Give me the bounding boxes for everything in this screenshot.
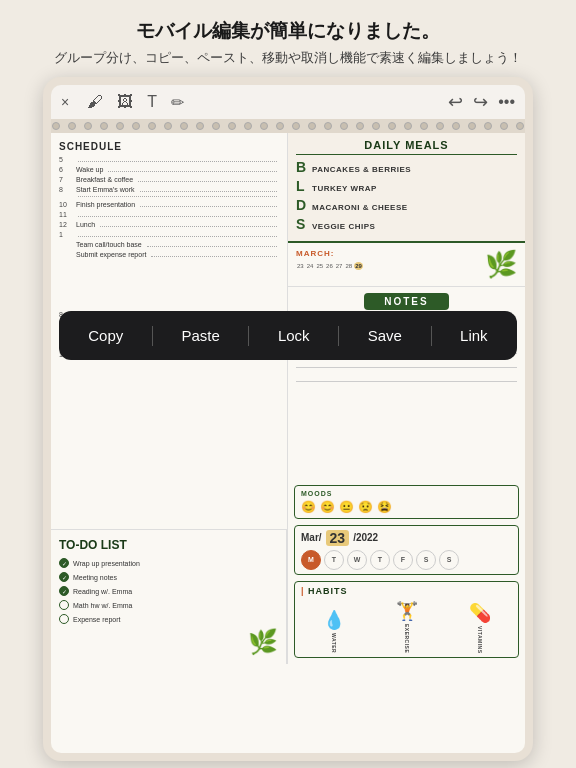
binding-hole xyxy=(100,122,108,130)
redo-icon[interactable]: ↪ xyxy=(473,91,488,113)
right-bottom: MOODS 😊 😊 😐 😟 😫 Mar/ 23 /2022 xyxy=(288,479,525,664)
schedule-item: 10 Finish presentation xyxy=(59,201,279,209)
water-icon: 💧 xyxy=(323,609,345,631)
notebook-binding xyxy=(51,119,525,133)
undo-icon[interactable]: ↩ xyxy=(448,91,463,113)
meal-row: S Veggie Chips xyxy=(296,216,517,232)
note-line xyxy=(296,370,517,382)
schedule-item: 1 xyxy=(59,231,279,239)
weekday-sun[interactable]: S xyxy=(439,550,459,570)
weekday-tue[interactable]: T xyxy=(324,550,344,570)
year-label: /2022 xyxy=(353,532,378,543)
weekday-wed[interactable]: W xyxy=(347,550,367,570)
menu-divider xyxy=(248,326,249,346)
toolbar: × 🖌 🖼 T ✏ ↩ ↪ ••• xyxy=(51,85,525,119)
weekday-mon[interactable]: M xyxy=(301,550,321,570)
mood-happy2[interactable]: 😊 xyxy=(320,500,335,514)
binding-hole xyxy=(484,122,492,130)
toolbar-right: ↩ ↪ ••• xyxy=(448,91,515,113)
cal-day: 26 xyxy=(325,262,334,270)
context-menu: Copy Paste Lock Save Link xyxy=(59,311,517,360)
binding-hole xyxy=(404,122,412,130)
mood-very-sad[interactable]: 😫 xyxy=(377,500,392,514)
calendar-grid: 23 24 25 26 27 28 29 xyxy=(296,262,363,270)
month-label: Mar/ xyxy=(301,532,322,543)
date-tracker: Mar/ 23 /2022 M T W T F S S xyxy=(294,525,519,575)
todo-item: Math hw w/. Emma xyxy=(59,600,278,610)
habits-section: | HABITS 💧 WATER 🏋️ EXERCISE 💊 xyxy=(294,581,519,658)
todo-title: TO-DO LIST xyxy=(59,538,278,552)
meal-name: Veggie Chips xyxy=(312,222,375,231)
binding-hole xyxy=(372,122,380,130)
todo-item: ✓ Meeting notes xyxy=(59,572,278,582)
more-icon[interactable]: ••• xyxy=(498,93,515,111)
habit-water-label: WATER xyxy=(331,633,337,653)
week-row: M T W T F S S xyxy=(301,550,512,570)
binding-hole xyxy=(84,122,92,130)
binding-hole xyxy=(212,122,220,130)
close-icon[interactable]: × xyxy=(61,94,69,110)
brush-icon[interactable]: 🖌 xyxy=(87,93,103,111)
todo-item: ✓ Wrap up presentation xyxy=(59,558,278,568)
lock-button[interactable]: Lock xyxy=(268,323,320,348)
save-button[interactable]: Save xyxy=(358,323,412,348)
binding-hole xyxy=(180,122,188,130)
schedule-item: 12 Lunch xyxy=(59,221,279,229)
schedule-item: 8 Start Emma's work xyxy=(59,186,279,194)
todo-checkbox[interactable]: ✓ xyxy=(59,572,69,582)
todo-text: Math hw w/. Emma xyxy=(73,602,133,609)
text-icon[interactable]: T xyxy=(147,93,157,111)
mood-sad[interactable]: 😟 xyxy=(358,500,373,514)
notebook-content: Copy Paste Lock Save Link SCHEDULE 5 6 xyxy=(51,133,525,753)
weekday-fri[interactable]: F xyxy=(393,550,413,570)
schedule-item: Submit expense report xyxy=(59,251,279,259)
todo-checkbox[interactable] xyxy=(59,614,69,624)
cal-day: 28 xyxy=(344,262,353,270)
paste-button[interactable]: Paste xyxy=(171,323,229,348)
moods-label: MOODS xyxy=(301,490,512,497)
todo-text: Meeting notes xyxy=(73,574,117,581)
mood-happy[interactable]: 😊 xyxy=(301,500,316,514)
todo-text: Wrap up presentation xyxy=(73,560,140,567)
copy-button[interactable]: Copy xyxy=(78,323,133,348)
todo-checkbox[interactable]: ✓ xyxy=(59,586,69,596)
cal-day: 23 xyxy=(296,262,305,270)
mood-neutral[interactable]: 😐 xyxy=(339,500,354,514)
todo-checkbox[interactable] xyxy=(59,600,69,610)
habit-water: 💧 WATER xyxy=(323,609,345,653)
vitamins-icon: 💊 xyxy=(469,602,491,624)
date-number: 23 xyxy=(326,530,350,546)
todo-checkbox[interactable]: ✓ xyxy=(59,558,69,568)
binding-hole xyxy=(324,122,332,130)
meal-row: L Turkey Wrap xyxy=(296,178,517,194)
image-icon[interactable]: 🖼 xyxy=(117,93,133,111)
weekday-sat[interactable]: S xyxy=(416,550,436,570)
page-title: モバイル編集が簡単になりました。 xyxy=(20,18,556,44)
link-button[interactable]: Link xyxy=(450,323,498,348)
toolbar-left: × 🖌 🖼 T ✏ xyxy=(61,93,434,112)
binding-hole xyxy=(116,122,124,130)
date-display: Mar/ 23 /2022 xyxy=(301,530,512,546)
moods-section: MOODS 😊 😊 😐 😟 😫 xyxy=(294,485,519,519)
meal-letter-s: S xyxy=(296,216,308,232)
binding-hole xyxy=(292,122,300,130)
todo-text: Expense report xyxy=(73,616,120,623)
binding-hole xyxy=(420,122,428,130)
todo-item: Expense report xyxy=(59,614,278,624)
meal-name: Turkey Wrap xyxy=(312,184,377,193)
menu-divider xyxy=(152,326,153,346)
binding-hole xyxy=(68,122,76,130)
binding-hole xyxy=(276,122,284,130)
notes-title: NOTES xyxy=(364,293,448,310)
binding-hole xyxy=(436,122,444,130)
habit-exercise-label: EXERCISE xyxy=(404,624,410,653)
meal-row: B Pancakes & Berries xyxy=(296,159,517,175)
todo-section: TO-DO LIST ✓ Wrap up presentation ✓ Meet… xyxy=(51,530,287,664)
binding-hole xyxy=(468,122,476,130)
weekday-thu[interactable]: T xyxy=(370,550,390,570)
habit-vitamins: 💊 VITAMINS xyxy=(469,602,491,654)
binding-hole xyxy=(196,122,204,130)
binding-hole xyxy=(500,122,508,130)
mood-icons: 😊 😊 😐 😟 😫 xyxy=(301,500,512,514)
pen-icon[interactable]: ✏ xyxy=(171,93,184,112)
